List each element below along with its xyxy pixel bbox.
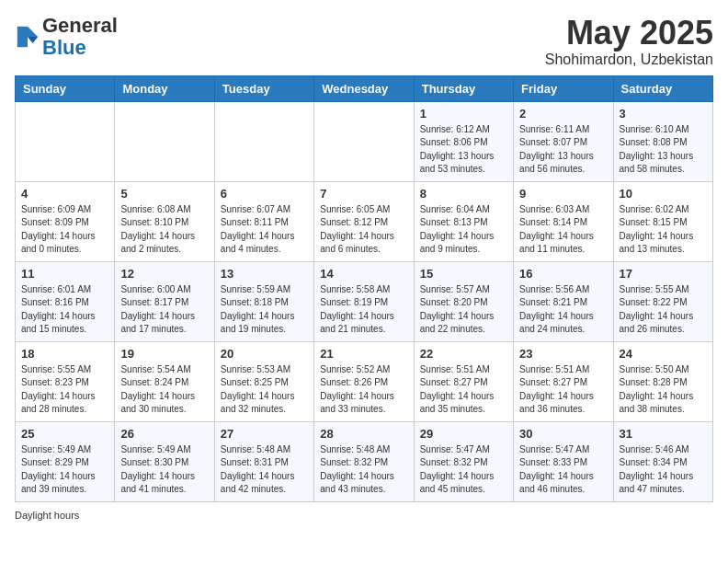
day-number: 31 — [620, 427, 707, 441]
day-info: Sunrise: 6:03 AM Sunset: 8:14 PM Dayligh… — [519, 203, 607, 257]
svg-marker-1 — [28, 37, 38, 43]
calendar-cell: 19Sunrise: 5:54 AM Sunset: 8:24 PM Dayli… — [115, 341, 214, 421]
weekday-header: Saturday — [613, 75, 712, 101]
footer: Daylight hours — [15, 510, 713, 521]
day-number: 29 — [420, 427, 507, 441]
logo-icon — [15, 24, 40, 50]
day-info: Sunrise: 6:10 AM Sunset: 8:08 PM Dayligh… — [620, 123, 707, 177]
logo-general-text: General — [42, 14, 118, 37]
day-number: 15 — [420, 267, 507, 281]
day-info: Sunrise: 5:48 AM Sunset: 8:32 PM Dayligh… — [320, 443, 407, 497]
day-info: Sunrise: 5:55 AM Sunset: 8:22 PM Dayligh… — [620, 283, 707, 337]
day-number: 24 — [620, 347, 707, 361]
day-info: Sunrise: 5:59 AM Sunset: 8:18 PM Dayligh… — [221, 283, 308, 337]
calendar-cell: 4Sunrise: 6:09 AM Sunset: 8:09 PM Daylig… — [16, 181, 115, 261]
day-number: 28 — [320, 427, 407, 441]
day-number: 18 — [21, 347, 108, 361]
day-info: Sunrise: 6:07 AM Sunset: 8:11 PM Dayligh… — [221, 203, 308, 257]
day-info: Sunrise: 5:47 AM Sunset: 8:32 PM Dayligh… — [420, 443, 507, 497]
calendar-cell: 20Sunrise: 5:53 AM Sunset: 8:25 PM Dayli… — [214, 341, 313, 421]
day-info: Sunrise: 6:02 AM Sunset: 8:15 PM Dayligh… — [620, 203, 707, 257]
day-number: 25 — [21, 427, 108, 441]
calendar-table: SundayMondayTuesdayWednesdayThursdayFrid… — [15, 75, 713, 502]
location-text: Shohimardon, Uzbekistan — [545, 52, 713, 68]
day-number: 20 — [221, 347, 308, 361]
day-info: Sunrise: 6:08 AM Sunset: 8:10 PM Dayligh… — [120, 203, 208, 257]
calendar-cell: 21Sunrise: 5:52 AM Sunset: 8:26 PM Dayli… — [314, 341, 414, 421]
day-number: 30 — [519, 427, 607, 441]
day-info: Sunrise: 6:12 AM Sunset: 8:06 PM Dayligh… — [420, 123, 507, 177]
day-info: Sunrise: 5:49 AM Sunset: 8:29 PM Dayligh… — [21, 443, 108, 497]
calendar-cell: 29Sunrise: 5:47 AM Sunset: 8:32 PM Dayli… — [414, 421, 513, 501]
calendar-cell: 17Sunrise: 5:55 AM Sunset: 8:22 PM Dayli… — [613, 261, 712, 341]
day-info: Sunrise: 6:09 AM Sunset: 8:09 PM Dayligh… — [21, 203, 108, 257]
calendar-week-row: 4Sunrise: 6:09 AM Sunset: 8:09 PM Daylig… — [16, 181, 713, 261]
day-number: 2 — [519, 107, 607, 121]
day-number: 10 — [620, 187, 707, 201]
daylight-label: Daylight hours — [15, 510, 79, 521]
day-number: 26 — [120, 427, 208, 441]
day-number: 8 — [420, 187, 507, 201]
calendar-cell: 3Sunrise: 6:10 AM Sunset: 8:08 PM Daylig… — [613, 101, 712, 181]
calendar-cell: 16Sunrise: 5:56 AM Sunset: 8:21 PM Dayli… — [514, 261, 613, 341]
day-number: 4 — [21, 187, 108, 201]
weekday-header-row: SundayMondayTuesdayWednesdayThursdayFrid… — [16, 75, 713, 101]
calendar-cell: 27Sunrise: 5:48 AM Sunset: 8:31 PM Dayli… — [214, 421, 313, 501]
day-info: Sunrise: 5:50 AM Sunset: 8:28 PM Dayligh… — [620, 363, 707, 417]
calendar-cell — [214, 101, 313, 181]
calendar-cell: 18Sunrise: 5:55 AM Sunset: 8:23 PM Dayli… — [16, 341, 115, 421]
calendar-cell: 11Sunrise: 6:01 AM Sunset: 8:16 PM Dayli… — [16, 261, 115, 341]
day-info: Sunrise: 5:52 AM Sunset: 8:26 PM Dayligh… — [320, 363, 407, 417]
day-info: Sunrise: 5:56 AM Sunset: 8:21 PM Dayligh… — [519, 283, 607, 337]
calendar-cell: 2Sunrise: 6:11 AM Sunset: 8:07 PM Daylig… — [514, 101, 613, 181]
calendar-week-row: 1Sunrise: 6:12 AM Sunset: 8:06 PM Daylig… — [16, 101, 713, 181]
day-number: 14 — [320, 267, 407, 281]
calendar-cell: 23Sunrise: 5:51 AM Sunset: 8:27 PM Dayli… — [514, 341, 613, 421]
day-number: 6 — [221, 187, 308, 201]
calendar-cell: 28Sunrise: 5:48 AM Sunset: 8:32 PM Dayli… — [314, 421, 414, 501]
day-info: Sunrise: 5:51 AM Sunset: 8:27 PM Dayligh… — [519, 363, 607, 417]
day-info: Sunrise: 5:49 AM Sunset: 8:30 PM Dayligh… — [120, 443, 208, 497]
day-info: Sunrise: 6:04 AM Sunset: 8:13 PM Dayligh… — [420, 203, 507, 257]
calendar-cell: 5Sunrise: 6:08 AM Sunset: 8:10 PM Daylig… — [115, 181, 214, 261]
day-number: 12 — [120, 267, 208, 281]
day-number: 21 — [320, 347, 407, 361]
calendar-week-row: 25Sunrise: 5:49 AM Sunset: 8:29 PM Dayli… — [16, 421, 713, 501]
calendar-header: SundayMondayTuesdayWednesdayThursdayFrid… — [16, 75, 713, 101]
calendar-cell: 31Sunrise: 5:46 AM Sunset: 8:34 PM Dayli… — [613, 421, 712, 501]
day-number: 7 — [320, 187, 407, 201]
day-info: Sunrise: 5:46 AM Sunset: 8:34 PM Dayligh… — [620, 443, 707, 497]
calendar-body: 1Sunrise: 6:12 AM Sunset: 8:06 PM Daylig… — [16, 101, 713, 501]
calendar-cell: 6Sunrise: 6:07 AM Sunset: 8:11 PM Daylig… — [214, 181, 313, 261]
day-number: 17 — [620, 267, 707, 281]
day-number: 9 — [519, 187, 607, 201]
logo-blue-text: Blue — [42, 36, 86, 59]
weekday-header: Monday — [115, 75, 214, 101]
weekday-header: Wednesday — [314, 75, 414, 101]
calendar-cell: 10Sunrise: 6:02 AM Sunset: 8:15 PM Dayli… — [613, 181, 712, 261]
calendar-cell: 13Sunrise: 5:59 AM Sunset: 8:18 PM Dayli… — [214, 261, 313, 341]
day-number: 5 — [120, 187, 208, 201]
calendar-cell: 14Sunrise: 5:58 AM Sunset: 8:19 PM Dayli… — [314, 261, 414, 341]
day-number: 23 — [519, 347, 607, 361]
weekday-header: Thursday — [414, 75, 513, 101]
day-number: 22 — [420, 347, 507, 361]
day-info: Sunrise: 5:47 AM Sunset: 8:33 PM Dayligh… — [519, 443, 607, 497]
day-info: Sunrise: 5:57 AM Sunset: 8:20 PM Dayligh… — [420, 283, 507, 337]
calendar-cell: 9Sunrise: 6:03 AM Sunset: 8:14 PM Daylig… — [514, 181, 613, 261]
svg-marker-0 — [28, 27, 38, 37]
calendar-cell: 30Sunrise: 5:47 AM Sunset: 8:33 PM Dayli… — [514, 421, 613, 501]
calendar-week-row: 18Sunrise: 5:55 AM Sunset: 8:23 PM Dayli… — [16, 341, 713, 421]
day-info: Sunrise: 6:01 AM Sunset: 8:16 PM Dayligh… — [21, 283, 108, 337]
calendar-cell — [314, 101, 414, 181]
day-info: Sunrise: 6:00 AM Sunset: 8:17 PM Dayligh… — [120, 283, 208, 337]
page-header: General Blue May 2025 Shohimardon, Uzbek… — [15, 15, 713, 68]
logo: General Blue — [15, 15, 118, 59]
day-info: Sunrise: 5:58 AM Sunset: 8:19 PM Dayligh… — [320, 283, 407, 337]
calendar-week-row: 11Sunrise: 6:01 AM Sunset: 8:16 PM Dayli… — [16, 261, 713, 341]
day-info: Sunrise: 5:48 AM Sunset: 8:31 PM Dayligh… — [221, 443, 308, 497]
weekday-header: Sunday — [16, 75, 115, 101]
day-info: Sunrise: 6:05 AM Sunset: 8:12 PM Dayligh… — [320, 203, 407, 257]
day-number: 1 — [420, 107, 507, 121]
calendar-cell: 1Sunrise: 6:12 AM Sunset: 8:06 PM Daylig… — [414, 101, 513, 181]
